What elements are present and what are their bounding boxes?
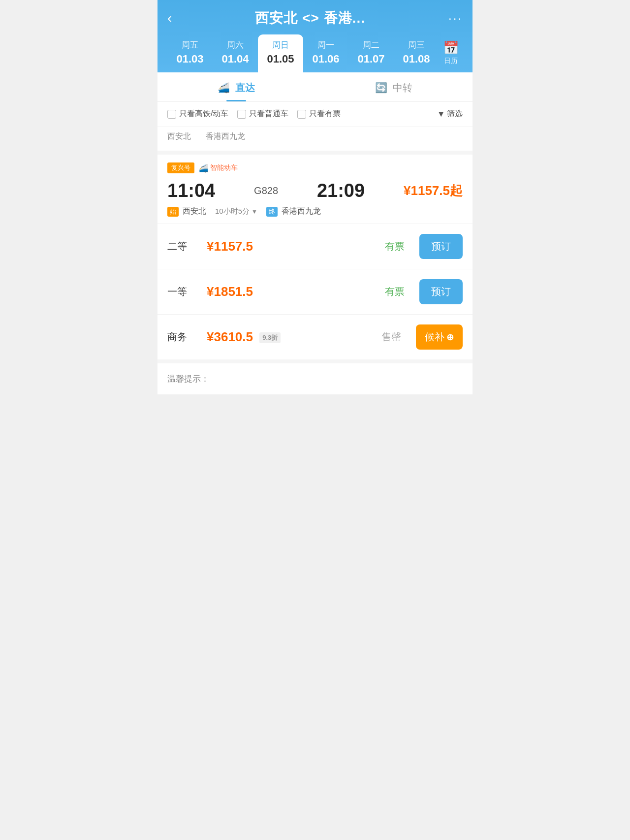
calendar-button[interactable]: 📅 日历 (439, 35, 463, 72)
main-content: 🚄 直达 🔄 中转 只看高铁/动车 只看普通车 只看有票 ▼ 筛选 西安北 香港… (158, 72, 472, 394)
train-number: G828 (254, 185, 278, 196)
filter-regular[interactable]: 只看普通车 (237, 109, 288, 119)
header: ‹ 西安北 <> 香港... ··· 周五 01.03 周六 01.04 周日 … (158, 0, 472, 72)
train-header: 复兴号 🚄 智能动车 11:04 G828 21:09 ¥1157.5起 始 西… (158, 155, 472, 224)
to-station-label: 香港西九龙 (206, 131, 245, 142)
seat-class-first: 一等 (167, 285, 207, 298)
calendar-icon: 📅 (443, 40, 459, 56)
seat-class-business: 商务 (167, 330, 207, 344)
book-button-first[interactable]: 预订 (419, 279, 463, 304)
train-card: 复兴号 🚄 智能动车 11:04 G828 21:09 ¥1157.5起 始 西… (158, 151, 472, 359)
seat-avail-business: 售罄 (367, 330, 416, 344)
filter-available[interactable]: 只看有票 (297, 109, 341, 119)
end-station: 香港西九龙 (282, 206, 321, 217)
book-button-second[interactable]: 预订 (419, 234, 463, 259)
calendar-label: 日历 (444, 57, 458, 65)
filter-more-label: 筛选 (447, 109, 463, 119)
duration-text: 10小时5分 (215, 207, 250, 216)
plus-icon: ⊕ (446, 332, 454, 343)
date-item-mon[interactable]: 周一 01.06 (303, 34, 348, 72)
price-from: ¥1157.5起 (404, 182, 463, 199)
fuxing-badge: 复兴号 (167, 162, 194, 173)
train-main-row: 11:04 G828 21:09 ¥1157.5起 (167, 178, 463, 203)
seat-class-second: 二等 (167, 240, 207, 253)
page-title: 西安北 <> 香港... (255, 9, 365, 28)
date-item-sat[interactable]: 周六 01.04 (213, 34, 258, 72)
discount-badge: 9.3折 (259, 332, 281, 343)
notice-label: 温馨提示： (167, 374, 209, 384)
filter-bar: 只看高铁/动车 只看普通车 只看有票 ▼ 筛选 (158, 102, 472, 127)
end-tag: 终 (266, 207, 278, 217)
tab-direct-label: 直达 (235, 82, 255, 93)
header-top: ‹ 西安北 <> 香港... ··· (167, 9, 463, 34)
arrive-time: 21:09 (317, 180, 365, 201)
filter-funnel-icon: ▼ (437, 110, 445, 119)
filter-regular-label: 只看普通车 (249, 109, 288, 119)
filter-regular-checkbox[interactable] (237, 110, 246, 119)
seat-price-first: ¥1851.5 (207, 284, 370, 299)
seat-avail-second: 有票 (370, 240, 419, 253)
origin-tag: 始 (167, 207, 179, 217)
seat-row-business: 商务 ¥3610.5 9.3折 售罄 候补 ⊕ (158, 314, 472, 359)
date-item-wed[interactable]: 周三 01.08 (394, 34, 439, 72)
seat-row-first: 一等 ¥1851.5 有票 预订 (158, 269, 472, 314)
expand-icon: ▼ (252, 208, 257, 215)
tab-transfer-label: 中转 (393, 82, 412, 93)
origin-station: 西安北 (183, 206, 206, 217)
smart-badge-label: 智能动车 (210, 163, 238, 172)
duration-button[interactable]: 10小时5分 ▼ (215, 207, 257, 216)
tab-bar: 🚄 直达 🔄 中转 (158, 72, 472, 102)
transfer-icon: 🔄 (375, 82, 387, 93)
tab-direct[interactable]: 🚄 直达 (158, 72, 315, 101)
from-station-label: 西安北 (167, 131, 191, 142)
date-item-tue[interactable]: 周二 01.07 (348, 34, 394, 72)
filter-more-button[interactable]: ▼ 筛选 (437, 109, 463, 119)
station-row: 西安北 香港西九龙 (158, 127, 472, 146)
tab-transfer[interactable]: 🔄 中转 (315, 72, 472, 101)
back-button[interactable]: ‹ (167, 10, 172, 26)
filter-available-label: 只看有票 (309, 109, 341, 119)
date-item-fri[interactable]: 周五 01.03 (167, 34, 213, 72)
filter-highspeed-checkbox[interactable] (167, 110, 176, 119)
train-detail-row: 始 西安北 10小时5分 ▼ 终 香港西九龙 (167, 203, 463, 224)
seat-avail-first: 有票 (370, 285, 419, 298)
smart-badge: 🚄 智能动车 (198, 162, 238, 173)
filter-highspeed-label: 只看高铁/动车 (179, 109, 228, 119)
train-icon: 🚄 (218, 82, 230, 93)
date-selector: 周五 01.03 周六 01.04 周日 01.05 周一 01.06 周二 0… (167, 34, 463, 72)
seat-row-second: 二等 ¥1157.5 有票 预订 (158, 224, 472, 269)
business-price-value: ¥3610.5 (207, 329, 253, 344)
seat-price-second: ¥1157.5 (207, 239, 370, 254)
filter-highspeed[interactable]: 只看高铁/动车 (167, 109, 228, 119)
train-badges: 复兴号 🚄 智能动车 (167, 162, 463, 173)
waitlist-button-business[interactable]: 候补 ⊕ (416, 324, 463, 350)
filter-available-checkbox[interactable] (297, 110, 306, 119)
date-item-sun-active[interactable]: 周日 01.05 (258, 34, 303, 72)
seat-price-business: ¥3610.5 9.3折 (207, 329, 367, 345)
waitlist-label: 候补 (425, 330, 444, 344)
more-button[interactable]: ··· (448, 11, 463, 25)
footer-notice: 温馨提示： (158, 359, 472, 394)
depart-time: 11:04 (167, 180, 215, 201)
smart-train-icon: 🚄 (198, 163, 208, 173)
